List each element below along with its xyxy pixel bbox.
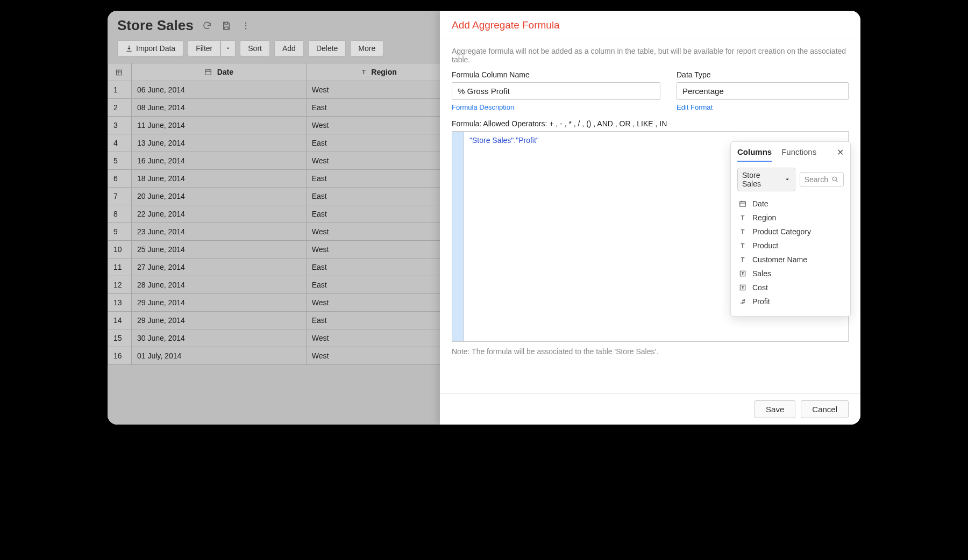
cell-region[interactable]: West xyxy=(306,81,450,99)
cell-date[interactable]: 27 June, 2014 xyxy=(132,259,307,276)
cell-region[interactable]: West xyxy=(306,117,450,134)
col-region[interactable]: T Region xyxy=(306,63,450,81)
cell-region[interactable]: West xyxy=(306,152,450,170)
delete-button[interactable]: Delete xyxy=(308,40,346,56)
cell-region[interactable]: West xyxy=(306,347,450,365)
col-date[interactable]: Date xyxy=(132,63,307,81)
edit-format-link[interactable]: Edit Format xyxy=(677,103,713,111)
cell-region[interactable]: West xyxy=(306,329,450,347)
refresh-icon[interactable] xyxy=(201,20,213,32)
sort-button[interactable]: Sort xyxy=(240,40,270,56)
row-number: 6 xyxy=(108,170,132,188)
type-icon xyxy=(738,269,747,278)
row-number: 13 xyxy=(108,294,132,312)
row-number: 2 xyxy=(108,99,132,117)
cell-date[interactable]: 13 June, 2014 xyxy=(132,134,307,152)
app-window: Store Sales Import Data Filter So xyxy=(108,11,860,425)
cell-date[interactable]: 23 June, 2014 xyxy=(132,223,307,241)
name-label: Formula Column Name xyxy=(452,70,660,79)
svg-rect-6 xyxy=(740,202,746,206)
cancel-button[interactable]: Cancel xyxy=(801,400,849,418)
row-number: 3 xyxy=(108,117,132,134)
formula-text[interactable]: "Store Sales"."Profit" xyxy=(464,132,544,341)
cell-date[interactable]: 16 June, 2014 xyxy=(132,152,307,170)
cell-date[interactable]: 18 June, 2014 xyxy=(132,170,307,188)
svg-point-2 xyxy=(245,28,246,29)
cell-date[interactable]: 22 June, 2014 xyxy=(132,205,307,223)
type-icon: .# xyxy=(738,297,747,306)
column-item[interactable]: .#Profit xyxy=(737,295,844,308)
type-icon: T xyxy=(738,255,747,264)
column-item[interactable]: Date xyxy=(737,197,844,211)
column-search-input[interactable]: Search xyxy=(800,172,844,187)
source-select[interactable]: Store Sales xyxy=(737,168,795,191)
tab-columns[interactable]: Columns xyxy=(737,147,772,162)
cell-region[interactable]: West xyxy=(306,294,450,312)
more-vert-icon[interactable] xyxy=(240,20,252,32)
filter-button[interactable]: Filter xyxy=(188,40,220,56)
save-icon[interactable] xyxy=(220,20,232,32)
data-type-select[interactable] xyxy=(677,82,849,100)
formula-panel: Add Aggregate Formula Aggregate formula … xyxy=(440,11,860,425)
add-button[interactable]: Add xyxy=(274,40,304,56)
save-button[interactable]: Save xyxy=(755,400,795,418)
row-number: 15 xyxy=(108,329,132,347)
cell-region[interactable]: East xyxy=(306,276,450,294)
type-icon: T xyxy=(738,241,747,250)
import-label: Import Data xyxy=(136,44,175,53)
column-item[interactable]: TCustomer Name xyxy=(737,253,844,267)
formula-label: Formula: Allowed Operators: + , - , * , … xyxy=(452,119,849,128)
row-number: 11 xyxy=(108,259,132,276)
cell-region[interactable]: East xyxy=(306,188,450,205)
cell-region[interactable]: West xyxy=(306,223,450,241)
cell-region[interactable]: East xyxy=(306,134,450,152)
editor-gutter xyxy=(452,132,464,341)
panel-hint: Aggregate formula will not be added as a… xyxy=(452,47,849,64)
cell-date[interactable]: 30 June, 2014 xyxy=(132,329,307,347)
column-item[interactable]: TProduct Category xyxy=(737,225,844,239)
row-number: 16 xyxy=(108,347,132,365)
type-icon xyxy=(738,283,747,292)
column-item[interactable]: TProduct xyxy=(737,239,844,253)
formula-name-input[interactable] xyxy=(452,82,660,100)
table-corner[interactable] xyxy=(108,63,132,81)
row-number: 5 xyxy=(108,152,132,170)
tab-functions[interactable]: Functions xyxy=(781,147,816,162)
cell-date[interactable]: 08 June, 2014 xyxy=(132,99,307,117)
cell-date[interactable]: 29 June, 2014 xyxy=(132,312,307,329)
column-item[interactable]: Sales xyxy=(737,267,844,281)
import-data-button[interactable]: Import Data xyxy=(117,40,183,56)
svg-point-1 xyxy=(245,25,246,26)
cell-region[interactable]: East xyxy=(306,99,450,117)
row-number: 12 xyxy=(108,276,132,294)
cell-region[interactable]: East xyxy=(306,259,450,276)
cell-date[interactable]: 28 June, 2014 xyxy=(132,276,307,294)
page-title: Store Sales xyxy=(117,17,194,34)
type-icon: T xyxy=(738,213,747,222)
svg-rect-4 xyxy=(205,70,211,75)
filter-dropdown-icon[interactable] xyxy=(220,40,236,56)
more-button[interactable]: More xyxy=(350,40,383,56)
chevron-down-icon xyxy=(784,176,791,183)
text-type-icon: T xyxy=(359,68,368,76)
formula-description-link[interactable]: Formula Description xyxy=(452,103,514,111)
cell-date[interactable]: 11 June, 2014 xyxy=(132,117,307,134)
row-number: 14 xyxy=(108,312,132,329)
cell-date[interactable]: 20 June, 2014 xyxy=(132,188,307,205)
cell-region[interactable]: East xyxy=(306,312,450,329)
close-icon[interactable]: ✕ xyxy=(837,147,844,162)
cell-date[interactable]: 29 June, 2014 xyxy=(132,294,307,312)
svg-rect-3 xyxy=(116,70,121,75)
type-label: Data Type xyxy=(677,70,849,79)
cell-date[interactable]: 25 June, 2014 xyxy=(132,241,307,259)
cell-date[interactable]: 01 July, 2014 xyxy=(132,347,307,365)
cell-region[interactable]: East xyxy=(306,205,450,223)
columns-popover: Columns Functions ✕ Store Sales Search D… xyxy=(730,141,851,317)
cell-date[interactable]: 06 June, 2014 xyxy=(132,81,307,99)
column-item[interactable]: TRegion xyxy=(737,211,844,225)
column-item[interactable]: Cost xyxy=(737,281,844,295)
cell-region[interactable]: East xyxy=(306,170,450,188)
row-number: 4 xyxy=(108,134,132,152)
row-number: 9 xyxy=(108,223,132,241)
cell-region[interactable]: West xyxy=(306,241,450,259)
